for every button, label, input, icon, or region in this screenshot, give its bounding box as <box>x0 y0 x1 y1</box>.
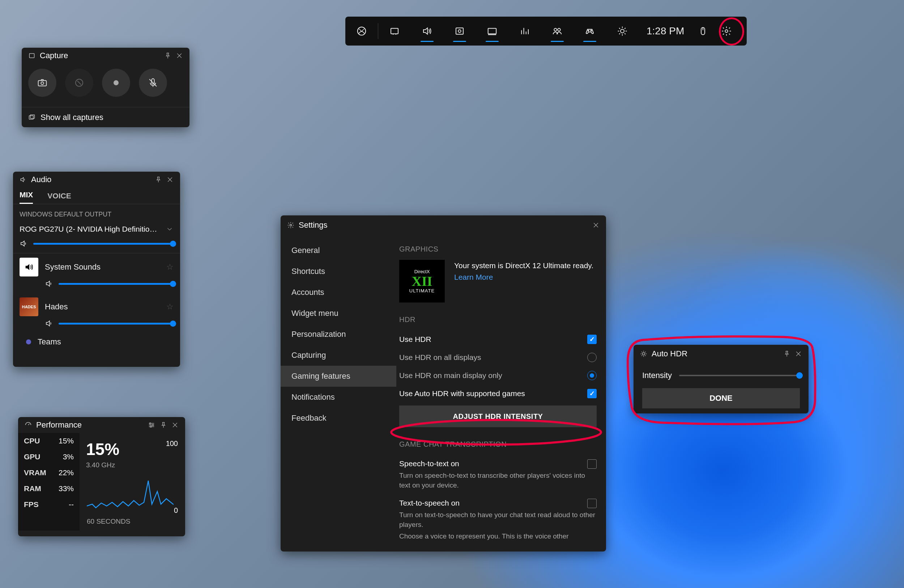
learn-more-link[interactable]: Learn More <box>454 273 493 281</box>
svg-rect-1 <box>391 28 398 34</box>
xbox-icon[interactable] <box>345 17 378 46</box>
close-icon[interactable] <box>176 52 183 59</box>
auto-hdr-widget: Auto HDR Intensity DONE <box>634 345 809 413</box>
performance-widget: Performance CPU15% GPU3% VRAM22% RAM33% … <box>18 417 185 536</box>
hdr-title-icon <box>640 350 647 358</box>
auto-hdr-checkbox[interactable] <box>587 389 597 398</box>
svg-rect-4 <box>488 28 496 34</box>
speaker-icon <box>19 239 28 248</box>
master-volume-slider[interactable] <box>13 237 180 253</box>
done-button[interactable]: DONE <box>642 388 800 408</box>
settings-content: GRAPHICS DirectX XII ULTIMATE Your syste… <box>396 235 606 549</box>
pin-icon[interactable] <box>783 350 790 358</box>
pin-icon[interactable] <box>160 421 167 429</box>
capture-title: Capture <box>40 51 68 60</box>
graphics-heading: GRAPHICS <box>399 245 597 253</box>
nav-shortcuts[interactable]: Shortcuts <box>281 261 396 282</box>
tab-mix[interactable]: MIX <box>19 191 33 204</box>
perf-title: Performance <box>36 420 82 430</box>
nav-capturing[interactable]: Capturing <box>281 345 396 366</box>
stt-checkbox[interactable] <box>587 459 597 469</box>
nav-feedback[interactable]: Feedback <box>281 408 396 429</box>
close-icon[interactable] <box>171 421 179 429</box>
use-hdr-checkbox[interactable] <box>587 335 597 344</box>
tts-checkbox[interactable] <box>587 499 597 508</box>
hades-slider[interactable] <box>13 317 180 333</box>
hades-icon: HADES <box>19 298 38 316</box>
mouse-icon[interactable] <box>692 17 714 46</box>
nav-widget-menu[interactable]: Widget menu <box>281 303 396 324</box>
perf-title-icon <box>25 421 32 429</box>
clock: 1:28 PM <box>638 25 692 37</box>
widgets-icon[interactable] <box>378 17 411 46</box>
system-sounds-slider[interactable] <box>13 277 180 293</box>
record-button[interactable] <box>102 69 130 97</box>
adjust-hdr-button[interactable]: ADJUST HDR INTENSITY <box>399 405 597 427</box>
sparkline <box>87 470 174 513</box>
close-icon[interactable] <box>795 350 802 358</box>
svg-rect-12 <box>29 54 34 58</box>
settings-nav: General Shortcuts Accounts Widget menu P… <box>281 235 396 549</box>
svg-point-6 <box>558 28 561 32</box>
hdr-heading: HDR <box>399 315 597 324</box>
chat-heading: GAME CHAT TRANSCRIPTION <box>399 440 597 449</box>
favorite-icon[interactable]: ☆ <box>166 302 174 312</box>
svg-rect-17 <box>29 116 34 119</box>
social-icon[interactable] <box>541 17 574 46</box>
nav-general[interactable]: General <box>281 240 396 261</box>
options-icon[interactable] <box>147 421 155 429</box>
hdr-all-radio[interactable] <box>587 353 597 362</box>
controller-icon[interactable] <box>574 17 606 46</box>
svg-point-3 <box>458 30 461 33</box>
favorite-icon[interactable]: ☆ <box>166 262 174 272</box>
intensity-label: Intensity <box>642 371 672 380</box>
svg-point-24 <box>643 353 645 355</box>
perf-stats: CPU15% GPU3% VRAM22% RAM33% FPS-- <box>18 433 79 531</box>
screenshot-button[interactable] <box>28 69 57 97</box>
resources-icon[interactable] <box>509 17 541 46</box>
nav-gaming-features[interactable]: Gaming features <box>281 366 396 387</box>
show-all-captures[interactable]: Show all captures <box>22 107 190 127</box>
settings-title-icon <box>287 222 294 229</box>
svg-rect-2 <box>456 28 463 34</box>
capture-widget: Capture Show all captures <box>22 48 190 127</box>
pin-icon[interactable] <box>155 176 162 183</box>
nav-notifications[interactable]: Notifications <box>281 387 396 408</box>
directx-logo: DirectX XII ULTIMATE <box>399 260 445 303</box>
svg-point-21 <box>150 426 152 427</box>
nav-personalization[interactable]: Personalization <box>281 324 396 345</box>
svg-rect-18 <box>30 115 35 118</box>
intensity-slider[interactable] <box>679 375 800 376</box>
nav-accounts[interactable]: Accounts <box>281 282 396 303</box>
mic-off-button[interactable] <box>139 69 167 97</box>
app-row-system-sounds: System Sounds ☆ <box>13 253 180 277</box>
record-last-button[interactable] <box>65 69 93 97</box>
audio-title-icon <box>19 176 27 183</box>
svg-rect-13 <box>38 80 47 86</box>
pin-icon[interactable] <box>164 52 171 59</box>
close-icon[interactable] <box>592 222 599 229</box>
settings-icon[interactable] <box>714 17 739 46</box>
performance-icon[interactable] <box>476 17 509 46</box>
brightness-icon[interactable] <box>606 17 638 46</box>
gallery-icon <box>28 114 35 121</box>
svg-point-19 <box>150 423 151 424</box>
svg-point-5 <box>554 28 557 32</box>
svg-point-22 <box>290 224 292 226</box>
audio-widget: Audio MIX VOICE WINDOWS DEFAULT OUTPUT R… <box>13 172 180 367</box>
default-output-label: WINDOWS DEFAULT OUTPUT <box>13 204 180 221</box>
close-icon[interactable] <box>166 176 174 183</box>
audio-title: Audio <box>31 175 51 184</box>
capture-title-icon <box>28 52 35 59</box>
settings-title: Settings <box>299 221 328 230</box>
hdr-main-radio[interactable] <box>587 371 597 380</box>
svg-point-11 <box>725 30 728 33</box>
settings-widget: Settings General Shortcuts Accounts Widg… <box>281 215 606 552</box>
app-row-teams: Teams <box>13 333 180 347</box>
output-device-select[interactable]: ROG PG27U (2- NVIDIA High Definition A..… <box>13 221 180 237</box>
tab-voice[interactable]: VOICE <box>47 192 71 204</box>
dx-status: Your system is DirectX 12 Ultimate ready… <box>454 260 597 271</box>
capture-icon[interactable] <box>443 17 476 46</box>
game-bar: 1:28 PM <box>345 17 747 46</box>
audio-icon[interactable] <box>411 17 443 46</box>
